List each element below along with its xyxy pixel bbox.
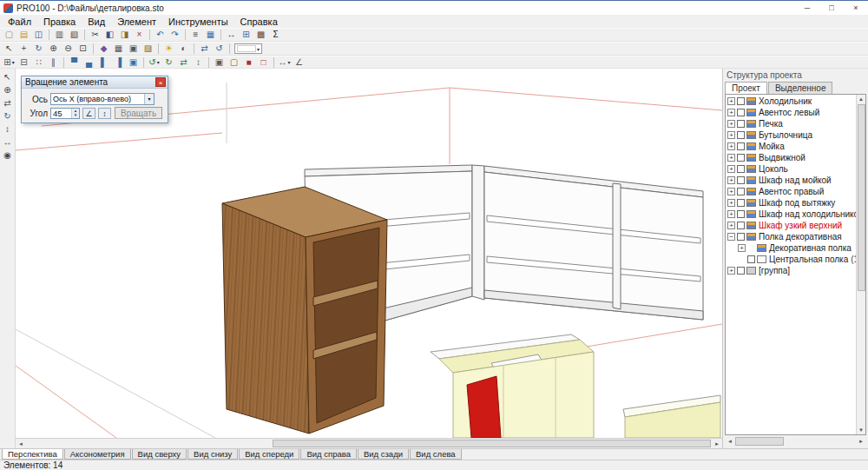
wood-cabinet[interactable]	[222, 187, 387, 434]
align-bottom-button[interactable]: ▄	[82, 56, 96, 69]
tree-item[interactable]: +Авентос левый	[726, 107, 856, 118]
ungroup-elements-button[interactable]: ▢	[227, 56, 241, 69]
visibility-checkbox[interactable]	[737, 120, 745, 128]
close-button[interactable]: ×	[844, 1, 868, 15]
select-pointer-button[interactable]: ↖	[2, 43, 16, 55]
expand-icon[interactable]: +	[727, 222, 735, 229]
scroll-up-icon[interactable]: ▲	[858, 95, 864, 103]
view-wireframe-button[interactable]: ▦	[111, 43, 126, 55]
chevron-down-icon[interactable]: ▾	[144, 94, 154, 104]
menu-item[interactable]: Инструменты	[162, 17, 234, 27]
undo-button[interactable]: ↶	[153, 29, 168, 41]
view-tab[interactable]: Вид снизу	[187, 449, 238, 460]
visibility-checkbox[interactable]	[737, 199, 745, 207]
snap-points-button[interactable]: ∷	[31, 56, 46, 69]
expand-icon[interactable]: +	[727, 120, 735, 128]
scrollbar-thumb[interactable]	[273, 440, 711, 447]
element-properties-button[interactable]: ≡	[188, 29, 203, 41]
scroll-down-icon[interactable]: ▼	[858, 426, 864, 434]
open-file-button[interactable]: ▤	[16, 29, 31, 41]
visibility-checkbox[interactable]	[737, 97, 745, 105]
expand-icon[interactable]: +	[727, 109, 735, 116]
zoom-window-button[interactable]: ⊡	[76, 43, 90, 55]
rotate-left-90-button[interactable]: ↺▾	[147, 56, 161, 69]
axis-select[interactable]: Ось X (вправо-влево) ▾	[50, 93, 155, 105]
base-cabinet[interactable]	[431, 334, 720, 438]
copy-button[interactable]: ◧	[102, 29, 117, 41]
tree-item[interactable]: −Полка декоративная	[726, 231, 856, 242]
visibility-checkbox[interactable]	[737, 176, 745, 184]
maximize-button[interactable]: □	[819, 1, 844, 15]
snap-grid-button[interactable]: ⊟	[16, 56, 31, 69]
rotate-right-90-button[interactable]: ↻	[161, 56, 176, 69]
align-right-button[interactable]: ▐	[111, 56, 126, 69]
tool-camera-button[interactable]: ◉	[1, 149, 15, 162]
rotation-dialog-titlebar[interactable]: Вращение элемента ×	[22, 76, 168, 89]
center-element-button[interactable]: ▣	[126, 56, 141, 69]
tool-zoom-button[interactable]: ⊕	[1, 83, 15, 96]
view-tab[interactable]: Вид сзади	[358, 449, 409, 460]
viewport-horizontal-scrollbar[interactable]: ◄ ►	[16, 438, 722, 448]
tool-walk-button[interactable]: ↕	[1, 122, 15, 136]
spinner-arrows[interactable]: ▲ ▼	[71, 109, 79, 118]
visibility-checkbox[interactable]	[737, 222, 745, 229]
tool-ruler-button[interactable]: ↔	[1, 136, 15, 149]
tree-item[interactable]: +Авентос правый	[726, 186, 856, 197]
close-icon[interactable]: ×	[155, 77, 166, 87]
menu-item[interactable]: Файл	[2, 17, 37, 27]
light-button[interactable]: ☀	[161, 43, 176, 55]
align-left-button[interactable]: ▌	[96, 56, 111, 69]
view-tab[interactable]: Вид справа	[300, 449, 357, 460]
visibility-checkbox[interactable]	[737, 142, 745, 150]
expand-icon[interactable]: +	[738, 244, 746, 252]
view-textured-button[interactable]: ▨	[141, 43, 155, 55]
visibility-checkbox[interactable]	[737, 188, 745, 195]
element-list-button[interactable]: ▦	[203, 29, 218, 41]
scroll-right-icon[interactable]: ►	[712, 441, 722, 447]
tree-item[interactable]: +Шкаф под вытяжку	[726, 197, 856, 209]
lock-element-button[interactable]: ■	[241, 56, 256, 69]
unlock-element-button[interactable]: □	[256, 56, 271, 69]
guides-button[interactable]: ∥	[46, 56, 61, 69]
print-preview-button[interactable]: ▧	[67, 29, 82, 41]
expand-icon[interactable]: +	[727, 188, 735, 195]
cut-button[interactable]: ✂	[88, 29, 102, 41]
expand-icon[interactable]: +	[727, 142, 735, 150]
flip-vertical-button[interactable]: ↕	[191, 56, 206, 69]
expand-icon[interactable]: +	[727, 210, 735, 218]
tree-item[interactable]: +Холодильник	[726, 96, 856, 107]
tree-item[interactable]: +Шкаф узкий верхний	[726, 220, 856, 231]
panel-tab[interactable]: Проект	[725, 82, 767, 94]
spinner-down-icon[interactable]: ▼	[72, 113, 79, 118]
measure-button[interactable]: ↔▾	[277, 56, 292, 69]
menu-item[interactable]: Вид	[82, 17, 111, 27]
scroll-left-icon[interactable]: ◄	[725, 439, 735, 444]
tree-item[interactable]: +Цоколь	[726, 163, 856, 175]
scrollbar-track[interactable]	[26, 439, 712, 448]
rotate-button[interactable]: Вращать	[115, 107, 162, 119]
tree-item[interactable]: +Печка	[726, 118, 856, 129]
tree-item[interactable]: +Выдвижной	[726, 152, 856, 163]
view-tab[interactable]: Перспектива	[2, 449, 63, 460]
tree-item[interactable]: +Мойка	[726, 141, 856, 152]
tree-item[interactable]: +Шкаф над мойкой	[726, 175, 856, 186]
expand-icon[interactable]: +	[727, 267, 735, 275]
minimize-button[interactable]: ─	[795, 1, 819, 15]
scrollbar-track[interactable]	[735, 436, 856, 447]
zoom-in-button[interactable]: ⊕	[46, 43, 61, 55]
scroll-left-icon[interactable]: ◄	[16, 441, 26, 447]
menu-item[interactable]: Правка	[37, 17, 82, 27]
angle-preset-button[interactable]: ∠	[82, 108, 95, 119]
color-picker-button[interactable]: ▾	[234, 43, 262, 54]
expand-icon[interactable]: +	[727, 165, 735, 173]
menu-item[interactable]: Элемент	[111, 17, 162, 27]
scroll-right-icon[interactable]: ►	[856, 439, 866, 444]
grid-toggle-button[interactable]: ⊞▾	[2, 56, 16, 69]
visibility-checkbox[interactable]	[747, 255, 755, 263]
tree-horizontal-scrollbar[interactable]: ◄ ►	[725, 436, 866, 447]
scrollbar-thumb[interactable]	[735, 437, 784, 446]
dimensions-button[interactable]: ↔	[224, 29, 239, 41]
zoom-out-button[interactable]: ⊖	[61, 43, 76, 55]
tree-vertical-scrollbar[interactable]: ▲ ▼	[856, 95, 865, 434]
view-perspective-button[interactable]: ◆	[96, 43, 111, 55]
